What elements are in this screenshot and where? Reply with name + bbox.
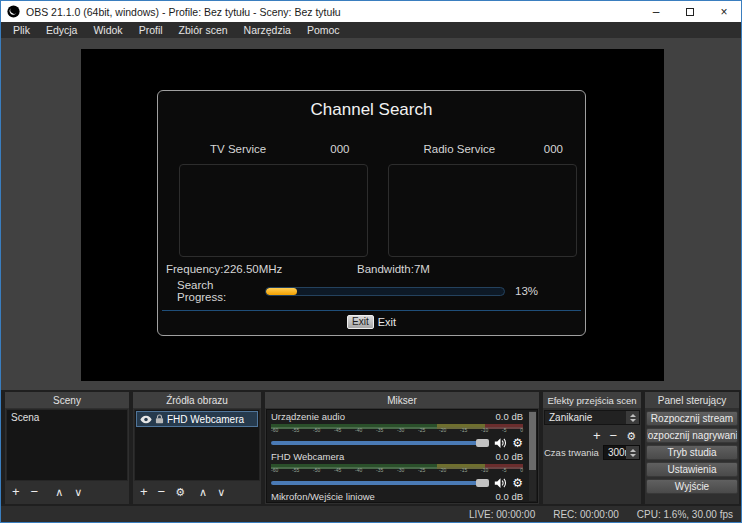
minimize-button[interactable]: – <box>639 1 673 22</box>
menubar: Plik Edycja Widok Profil Zbiór scen Narz… <box>1 22 741 38</box>
add-source-button[interactable]: + <box>140 483 148 501</box>
tick-label: -55 <box>292 427 299 436</box>
mixer-panel: Mikser Urządzenie audio 0.0 dB -60-55-50… <box>265 392 539 504</box>
menu-item-zbior-scen[interactable]: Zbiór scen <box>171 22 236 38</box>
menu-item-profil[interactable]: Profil <box>131 22 171 38</box>
duration-row: Czas trwania 300ms <box>544 445 640 460</box>
exit-button[interactable]: Exit <box>347 315 374 329</box>
sources-list[interactable]: FHD Webcamera <box>134 409 260 481</box>
remove-scene-button[interactable]: − <box>31 483 39 501</box>
radio-service-label: Radio Service <box>424 143 496 155</box>
tick-label: -15 <box>460 427 467 436</box>
source-up-button[interactable]: ∧ <box>199 483 207 501</box>
settings-button[interactable]: Ustawienia <box>646 462 738 477</box>
service-counts: TV Service 000 Radio Service 000 <box>158 143 585 155</box>
channel-gear-icon[interactable]: ⚙ <box>512 437 523 449</box>
radio-service-group: Radio Service 000 <box>372 143 586 155</box>
source-properties-gear-icon[interactable]: ⚙ <box>175 483 185 501</box>
maximize-button[interactable] <box>673 1 707 22</box>
add-transition-button[interactable]: + <box>593 427 601 445</box>
radio-service-list[interactable] <box>388 164 577 257</box>
tick-label: -40 <box>355 467 362 476</box>
tick-label: -55 <box>292 467 299 476</box>
tick-label: -50 <box>313 467 320 476</box>
duration-input[interactable]: 300ms <box>603 445 640 460</box>
tv-service-count: 000 <box>330 143 349 155</box>
volume-slider[interactable] <box>271 441 489 445</box>
scene-up-button[interactable]: ∧ <box>55 483 63 501</box>
tv-service-label: TV Service <box>210 143 266 155</box>
scenes-list[interactable]: Scena <box>6 409 128 481</box>
menu-item-pomoc[interactable]: Pomoc <box>299 22 348 38</box>
tick-label: -40 <box>355 427 362 436</box>
exit-app-button[interactable]: Wyjście <box>646 479 738 494</box>
sources-panel-header: Źródła obrazu <box>133 392 261 408</box>
tick-label: -5 <box>502 427 506 436</box>
search-progress-fill <box>266 288 297 295</box>
maximize-icon <box>686 8 694 16</box>
scene-down-button[interactable]: ∨ <box>74 483 82 501</box>
sources-toolbar: + − ⚙ ∧ ∨ <box>133 482 261 502</box>
tv-service-list[interactable] <box>179 164 368 257</box>
tick-label: -50 <box>313 427 320 436</box>
mixer-channel-2: FHD Webcamera 0.0 dB -60-55-50-45-40-35-… <box>271 451 523 491</box>
channel-name: Urządzenie audio <box>271 411 345 424</box>
scene-item[interactable]: Scena <box>7 410 127 425</box>
cpu-fps: CPU: 1.6%, 30.00 fps <box>637 509 733 520</box>
search-progress-label: Search Progress: <box>177 279 265 303</box>
menu-item-plik[interactable]: Plik <box>5 22 38 38</box>
remove-transition-button[interactable]: − <box>610 427 618 445</box>
visibility-eye-icon[interactable] <box>140 415 152 424</box>
mixer-scrollbar[interactable] <box>529 411 536 501</box>
start-streaming-button[interactable]: Rozpocznij stream <box>646 411 738 426</box>
rec-time: REC: 00:00:00 <box>553 509 619 520</box>
source-item-label: FHD Webcamera <box>167 414 244 425</box>
dialog-footer: Exit Exit <box>162 310 581 333</box>
start-recording-button[interactable]: Rozpocznij nagrywanie <box>646 428 738 443</box>
live-time: LIVE: 00:00:00 <box>469 509 535 520</box>
transition-select-spinner[interactable] <box>626 411 639 424</box>
close-button[interactable]: × <box>707 1 741 22</box>
mixer-scrollbar-thumb[interactable] <box>529 412 536 470</box>
source-down-button[interactable]: ∨ <box>217 483 225 501</box>
source-item-selected[interactable]: FHD Webcamera <box>136 411 258 427</box>
bandwidth-value: Bandwidth:7M <box>357 263 430 275</box>
speaker-icon[interactable] <box>494 477 507 489</box>
service-lists <box>158 164 585 257</box>
transition-properties-gear-icon[interactable]: ⚙ <box>626 427 636 445</box>
channel-gear-icon[interactable]: ⚙ <box>512 477 523 489</box>
tick-label: -45 <box>334 427 341 436</box>
remove-source-button[interactable]: − <box>158 483 166 501</box>
lock-icon[interactable] <box>155 414 164 424</box>
audio-meter <box>271 464 523 467</box>
tick-label: -30 <box>397 467 404 476</box>
frequency-row: Frequency:226.50MHz Bandwidth:7M <box>166 263 577 275</box>
tick-label: -30 <box>397 427 404 436</box>
obs-logo-icon <box>7 5 20 18</box>
tick-label: -60 <box>271 467 278 476</box>
volume-slider-handle[interactable] <box>476 479 489 487</box>
radio-service-count: 000 <box>544 143 563 155</box>
mixer-channel-1: Urządzenie audio 0.0 dB -60-55-50-45-40-… <box>271 411 523 451</box>
mixer-panel-header: Mikser <box>265 392 539 408</box>
menu-item-edycja[interactable]: Edycja <box>38 22 86 38</box>
transitions-toolbar: + − ⚙ <box>544 427 640 445</box>
window-title: OBS 21.1.0 (64bit, windows) - Profile: B… <box>26 6 341 18</box>
duration-label: Czas trwania <box>544 447 599 458</box>
menu-item-narzedzia[interactable]: Narzędzia <box>236 22 299 38</box>
tick-label: -20 <box>439 467 446 476</box>
scenes-panel-header: Sceny <box>5 392 129 408</box>
volume-slider[interactable] <box>271 481 489 485</box>
add-scene-button[interactable]: + <box>12 483 20 501</box>
menu-item-widok[interactable]: Widok <box>85 22 130 38</box>
tv-service-group: TV Service 000 <box>158 143 372 155</box>
dock-area: Sceny Scena + − ∧ ∨ Źródła obrazu <box>1 390 741 506</box>
preview-canvas: Channel Search TV Service 000 Radio Serv… <box>81 49 664 381</box>
duration-spinner[interactable] <box>626 446 639 459</box>
transition-select[interactable]: Zanikanie <box>544 410 640 425</box>
studio-mode-button[interactable]: Tryb studia <box>646 445 738 460</box>
tick-label: -35 <box>376 427 383 436</box>
meter-scale: -60-55-50-45-40-35-30-25-20-15-10-50 <box>271 427 523 436</box>
speaker-icon[interactable] <box>494 437 507 449</box>
volume-slider-handle[interactable] <box>476 439 489 447</box>
